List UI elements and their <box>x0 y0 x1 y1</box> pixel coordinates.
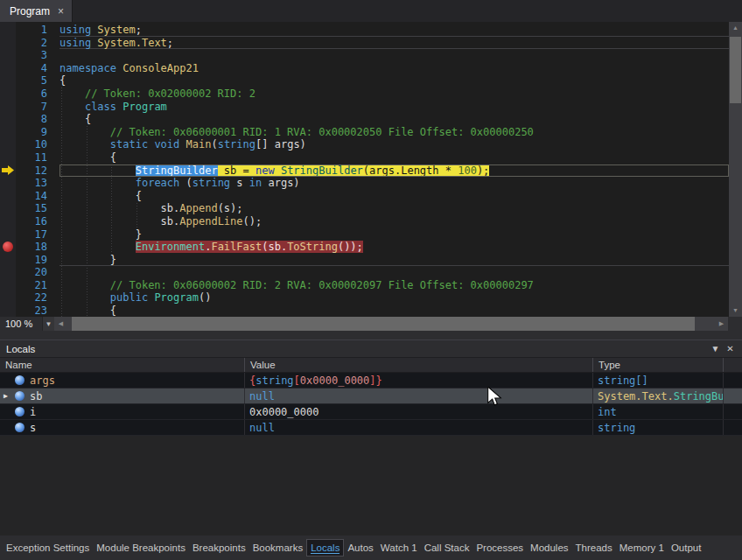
code-line-18[interactable]: 18 Environment.FailFast(sb.ToString()); <box>0 241 729 254</box>
toolwindow-tab-modules[interactable]: Modules <box>527 539 571 556</box>
cell-type[interactable]: string[] <box>593 373 724 388</box>
window-splitter[interactable] <box>0 331 742 340</box>
editor-bottom-bar: 100 % ▼ ◀ ▶ <box>0 317 742 331</box>
code-line-19[interactable]: 19 } <box>0 254 729 267</box>
code-line-17[interactable]: 17 } <box>0 228 729 242</box>
line-number: 3 <box>16 49 47 62</box>
cell-type[interactable]: System.Text.StringBuilder <box>593 388 724 403</box>
tab-close-icon[interactable]: × <box>58 6 64 17</box>
scroll-up-icon[interactable]: ▲ <box>729 22 742 34</box>
scroll-down-icon[interactable]: ▼ <box>729 304 742 317</box>
code-line-1[interactable]: 1using System; <box>0 24 729 37</box>
code-text: { <box>60 113 729 126</box>
cell-type[interactable]: int <box>593 404 724 419</box>
cell-name[interactable]: s <box>0 420 245 435</box>
code-line-16[interactable]: 16 sb.AppendLine(); <box>0 215 729 228</box>
vertical-scroll-thumb[interactable] <box>730 37 741 103</box>
code-line-11[interactable]: 11 { <box>0 151 729 164</box>
code-line-9[interactable]: 9 // Token: 0x06000001 RID: 1 RVA: 0x000… <box>0 126 729 139</box>
locals-row-sb[interactable]: ▶sbnullSystem.Text.StringBuilder <box>0 388 742 404</box>
toolwindow-tab-threads[interactable]: Threads <box>572 539 616 556</box>
variable-icon <box>15 407 24 416</box>
column-header-filler <box>724 358 742 372</box>
column-header-value[interactable]: Value <box>245 358 593 372</box>
mouse-cursor <box>486 387 502 406</box>
toolwindow-tab-call-stack[interactable]: Call Stack <box>421 539 473 556</box>
scroll-left-icon[interactable]: ◀ <box>54 317 67 331</box>
code-line-12[interactable]: 12 StringBuilder sb = new StringBuilder(… <box>0 164 729 178</box>
locals-titlebar[interactable]: Locals ▼ ✕ <box>0 340 742 357</box>
variable-icon <box>15 375 24 385</box>
toolwindow-tab-memory-1[interactable]: Memory 1 <box>616 539 668 556</box>
line-number: 16 <box>16 215 47 228</box>
code-line-2[interactable]: 2using System.Text; <box>0 37 729 50</box>
locals-row-s[interactable]: snullstring <box>0 420 742 436</box>
locals-row-i[interactable]: i0x0000_0000int <box>0 404 742 420</box>
code-line-7[interactable]: 7 class Program <box>0 101 729 114</box>
code-line-4[interactable]: 4namespace ConsoleApp21 <box>0 62 729 75</box>
locals-title: Locals <box>6 344 708 354</box>
toolwindow-tab-module-breakpoints[interactable]: Module Breakpoints <box>93 539 189 556</box>
cell-filler <box>724 420 742 435</box>
toolwindow-tab-exception-settings[interactable]: Exception Settings <box>3 539 93 556</box>
horizontal-scrollbar[interactable]: ◀ ▶ <box>54 317 728 331</box>
code-line-15[interactable]: 15 sb.Append(s); <box>0 202 729 215</box>
cell-value[interactable]: {string[0x0000_0000]} <box>245 373 593 388</box>
locals-grid: args{string[0x0000_0000]}string[]▶sbnull… <box>0 373 742 436</box>
toolwindow-tab-autos[interactable]: Autos <box>344 539 376 556</box>
toolwindow-tab-watch-1[interactable]: Watch 1 <box>377 539 421 556</box>
breakpoint-icon[interactable] <box>3 242 13 252</box>
toolwindow-tab-output[interactable]: Output <box>668 539 705 556</box>
window-close-icon[interactable]: ✕ <box>723 344 738 354</box>
variable-name: args <box>30 374 55 387</box>
toolwindow-tab-bookmarks[interactable]: Bookmarks <box>249 539 307 556</box>
code-editor[interactable]: 1using System;2using System.Text;34names… <box>0 22 742 331</box>
code-line-23[interactable]: 23 { <box>0 304 729 317</box>
cell-value[interactable]: 0x0000_0000 <box>245 404 593 419</box>
tab-program[interactable]: Program × <box>0 0 73 22</box>
zoom-control[interactable]: 100 % <box>0 317 42 331</box>
cell-name[interactable]: i <box>0 404 245 419</box>
breakpoint-statement-highlight: Environment.FailFast(sb.ToString()); <box>136 241 363 253</box>
horizontal-scroll-thumb[interactable] <box>72 317 695 331</box>
code-text: // Token: 0x06000001 RID: 1 RVA: 0x00002… <box>60 126 729 139</box>
toolwindow-tab-breakpoints[interactable]: Breakpoints <box>189 539 249 556</box>
line-number: 15 <box>16 202 47 215</box>
code-line-8[interactable]: 8 { <box>0 113 729 126</box>
scroll-right-icon[interactable]: ▶ <box>715 317 728 331</box>
code-text: sb.Append(s); <box>60 202 729 215</box>
code-line-22[interactable]: 22 public Program() <box>0 291 729 304</box>
code-line-6[interactable]: 6 // Token: 0x02000002 RID: 2 <box>0 88 729 101</box>
code-text: foreach (string s in args) <box>60 177 729 190</box>
code-line-5[interactable]: 5{ <box>0 74 729 88</box>
code-text: class Program <box>60 101 729 114</box>
line-number: 14 <box>16 190 47 203</box>
code-lines[interactable]: 1using System;2using System.Text;34names… <box>0 22 729 317</box>
cell-value[interactable]: null <box>245 420 593 435</box>
locals-row-args[interactable]: args{string[0x0000_0000]}string[] <box>0 373 742 388</box>
code-line-3[interactable]: 3 <box>0 49 729 62</box>
cell-name[interactable]: ▶sb <box>0 388 245 403</box>
code-text: { <box>60 151 729 164</box>
cell-type[interactable]: string <box>593 420 724 435</box>
window-menu-icon[interactable]: ▼ <box>708 344 723 354</box>
code-line-21[interactable]: 21 // Token: 0x06000002 RID: 2 RVA: 0x00… <box>0 279 729 292</box>
toolwindow-tab-processes[interactable]: Processes <box>472 539 527 556</box>
toolwindow-tab-locals[interactable]: Locals <box>306 539 344 556</box>
code-text: Environment.FailFast(sb.ToString()); <box>60 241 729 254</box>
column-header-name[interactable]: Name <box>0 358 245 372</box>
zoom-chevron-icon[interactable]: ▼ <box>42 317 54 331</box>
code-line-13[interactable]: 13 foreach (string s in args) <box>0 177 729 190</box>
cell-value[interactable]: null <box>245 388 593 403</box>
expand-chevron-icon[interactable]: ▶ <box>4 392 14 400</box>
column-header-type[interactable]: Type <box>593 358 724 372</box>
vertical-scrollbar[interactable]: ▲ ▼ <box>729 22 742 317</box>
line-number: 2 <box>16 37 47 50</box>
code-line-20[interactable]: 20 <box>0 266 729 279</box>
line-number: 20 <box>16 266 47 279</box>
code-text: public Program() <box>60 291 729 304</box>
cell-name[interactable]: args <box>0 373 245 388</box>
code-line-14[interactable]: 14 { <box>0 190 729 203</box>
code-line-10[interactable]: 10 static void Main(string[] args) <box>0 138 729 151</box>
line-number: 19 <box>16 254 47 267</box>
